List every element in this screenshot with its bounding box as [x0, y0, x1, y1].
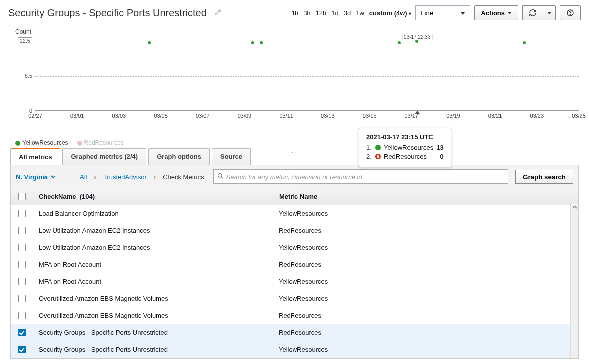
cell-metricname: YellowResources [273, 290, 578, 307]
tooltip-dot-red [375, 154, 381, 159]
table-row[interactable]: Security Groups - Specific Ports Unrestr… [11, 324, 578, 341]
data-point [523, 41, 526, 44]
ytick: 6.5 [25, 73, 32, 79]
data-point [251, 41, 254, 44]
table-row[interactable]: Low Utilization Amazon EC2 InstancesYell… [11, 239, 578, 256]
resize-handle[interactable]: … [292, 148, 298, 154]
table-row[interactable]: Load Balancer OptimizationYellowResource… [11, 205, 578, 222]
edit-title-icon[interactable] [215, 9, 222, 17]
refresh-menu-button[interactable] [543, 5, 556, 20]
ytick: 12.5 [18, 37, 32, 44]
cell-checkname: MFA on Root Account [33, 256, 273, 273]
row-checkbox[interactable] [18, 346, 26, 353]
table-row[interactable]: MFA on Root AccountRedResources [11, 256, 578, 273]
graph-search-button[interactable]: Graph search [515, 170, 573, 184]
data-point [260, 41, 263, 44]
row-checkbox[interactable] [18, 278, 26, 285]
row-checkbox[interactable] [18, 210, 26, 217]
xtick: 03/03 [112, 113, 126, 119]
tab-graph-options[interactable]: Graph options [148, 148, 210, 165]
table-row[interactable]: Low Utilization Amazon EC2 InstancesRedR… [11, 222, 578, 239]
cell-metricname: YellowResources [273, 239, 578, 256]
chart-area: Count 12.5 6.5 0 03-17 22:33 02/2703/010… [0, 23, 589, 148]
xtick: 03/21 [488, 113, 502, 119]
metrics-toolbar: N. Virginia All › TrustedAdvisor › Check… [10, 165, 579, 188]
plot[interactable]: 03-17 22:33 [35, 41, 579, 111]
table-row[interactable]: Overutilized Amazon EBS Magnetic Volumes… [11, 290, 578, 307]
chart-type-select[interactable]: Line [415, 5, 470, 20]
x-axis: 02/2703/0103/0303/0503/0703/0903/1103/13… [35, 113, 579, 121]
chart-tooltip: 2021-03-17 23:15 UTC 1. YellowResources … [359, 128, 451, 167]
row-checkbox[interactable] [18, 312, 26, 319]
row-checkbox[interactable] [18, 261, 26, 268]
cell-checkname: Overutilized Amazon EBS Magnetic Volumes [33, 307, 273, 324]
row-checkbox[interactable] [18, 227, 26, 234]
tooltip-title: 2021-03-17 23:15 UTC [366, 133, 444, 141]
metrics-table: CheckName (104) Metric Name Load Balance… [10, 188, 579, 359]
chevron-down-icon [51, 174, 56, 179]
cell-checkname: Overutilized Amazon EBS Magnetic Volumes [33, 290, 273, 307]
scrollbar[interactable] [570, 203, 578, 358]
tooltip-dot-green [375, 145, 381, 150]
actions-button[interactable]: Actions [474, 5, 518, 20]
tab-source[interactable]: Source [212, 148, 251, 165]
xtick: 03/09 [238, 113, 252, 119]
cell-metricname: YellowResources [273, 205, 578, 222]
chart-legend: YellowResources RedResources [15, 139, 124, 146]
chart-cursor: 03-17 22:33 [417, 41, 417, 111]
cell-checkname: Low Utilization Amazon EC2 Instances [33, 222, 273, 239]
row-checkbox[interactable] [18, 329, 26, 336]
time-1d[interactable]: 1d [331, 9, 338, 17]
legend-yellow[interactable]: YellowResources [15, 139, 68, 146]
crumb-all[interactable]: All [80, 173, 87, 181]
row-checkbox[interactable] [18, 295, 26, 302]
xtick: 03/25 [572, 113, 586, 119]
table-row[interactable]: Security Groups - Specific Ports Unrestr… [11, 341, 578, 358]
y-axis: 12.5 6.5 0 [15, 41, 35, 111]
cell-metricname: RedResources [273, 256, 578, 273]
time-3d[interactable]: 3d [344, 9, 351, 17]
cell-checkname: Security Groups - Specific Ports Unrestr… [33, 341, 273, 358]
chevron-right-icon: › [94, 173, 96, 181]
xtick: 03/23 [530, 113, 544, 119]
refresh-button[interactable] [522, 5, 543, 20]
svg-point-1 [570, 14, 570, 15]
crumb-check-metrics: Check Metrics [163, 173, 204, 181]
time-range-picker: 1h 3h 12h 1d 3d 1w custom (4w) ▾ [292, 9, 412, 17]
xtick: 03/19 [446, 113, 460, 119]
data-point [148, 41, 151, 44]
region-select[interactable]: N. Virginia [16, 173, 56, 181]
metrics-search-input[interactable] [224, 171, 505, 182]
col-checkname[interactable]: CheckName (104) [33, 188, 273, 205]
col-metricname[interactable]: Metric Name [273, 188, 578, 205]
time-12h[interactable]: 12h [316, 9, 327, 17]
legend-red[interactable]: RedResources [77, 139, 124, 146]
xtick: 03/05 [154, 113, 168, 119]
table-row[interactable]: MFA on Root AccountYellowResources [11, 273, 578, 290]
time-custom[interactable]: custom (4w) ▾ [369, 9, 411, 17]
crumb-trustedadvisor[interactable]: TrustedAdvisor [103, 173, 147, 181]
cell-checkname: Low Utilization Amazon EC2 Instances [33, 239, 273, 256]
time-1h[interactable]: 1h [292, 9, 298, 17]
scroll-up-icon[interactable] [571, 203, 578, 211]
xtick: 03/07 [196, 113, 210, 119]
table-row[interactable]: Overutilized Amazon EBS Magnetic Volumes… [11, 307, 578, 324]
chevron-right-icon: › [154, 173, 156, 181]
time-3h[interactable]: 3h [303, 9, 310, 17]
row-checkbox[interactable] [18, 244, 26, 251]
metrics-tabs: All metrics Graphed metrics (2/4) Graph … [10, 148, 589, 165]
cursor-timestamp: 03-17 22:33 [402, 34, 432, 40]
search-icon [217, 172, 224, 181]
xtick: 03/15 [363, 113, 377, 119]
select-all-checkbox[interactable] [18, 193, 26, 200]
data-point [398, 41, 401, 44]
cell-metricname: YellowResources [273, 273, 578, 290]
tab-graphed-metrics[interactable]: Graphed metrics (2/4) [62, 148, 146, 165]
time-1w[interactable]: 1w [356, 9, 364, 17]
tab-all-metrics[interactable]: All metrics [10, 148, 60, 165]
help-button[interactable] [560, 5, 581, 20]
cell-metricname: RedResources [273, 222, 578, 239]
cell-checkname: MFA on Root Account [33, 273, 273, 290]
cell-metricname: RedResources [273, 307, 578, 324]
y-axis-label: Count [15, 28, 31, 35]
